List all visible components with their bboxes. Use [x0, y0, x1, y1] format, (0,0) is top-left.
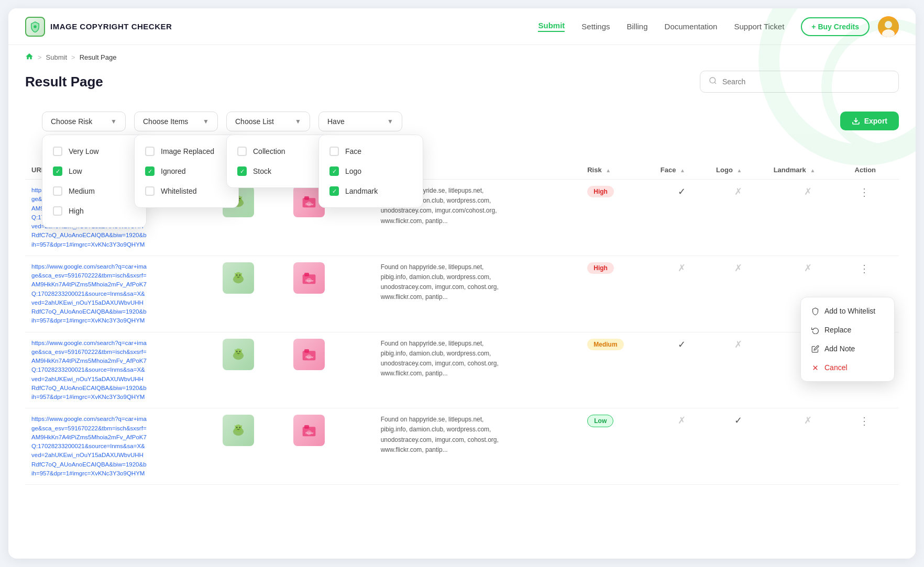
- landmark-sort-icon[interactable]: ▲: [810, 168, 815, 173]
- original-image-cell: [216, 332, 288, 408]
- svg-rect-38: [304, 425, 309, 429]
- x-icon: ✗: [734, 263, 742, 273]
- table-body: https://www.google.com/search?q=car+imag…: [25, 180, 899, 485]
- check-icon: ✓: [678, 339, 686, 350]
- col-action: Action: [849, 161, 899, 180]
- list-collection[interactable]: Collection: [227, 141, 331, 161]
- action-menu-button[interactable]: ⋮: [855, 261, 874, 276]
- logo-area: IMAGE COPYRIGHT CHECKER: [25, 17, 538, 37]
- risk-very-low[interactable]: Very Low: [42, 141, 146, 161]
- face-sort-icon[interactable]: ▲: [680, 168, 685, 173]
- choose-items-btn[interactable]: Choose Items ▼: [134, 112, 218, 131]
- x-icon: ✗: [734, 186, 742, 197]
- svg-point-12: [239, 198, 240, 199]
- have-logo-checkbox[interactable]: ✓: [329, 166, 339, 176]
- risk-badge: Low: [587, 415, 613, 427]
- item-ignored[interactable]: ✓ Ignored: [135, 161, 238, 181]
- found-on-text: Found on happyride.se, litlepups.net, pi…: [381, 415, 507, 455]
- have-landmark[interactable]: ✓ Landmark: [319, 181, 423, 201]
- item-ignored-checkbox[interactable]: ✓: [145, 166, 155, 176]
- your-image: Blender: [293, 262, 325, 294]
- landmark-cell: ✗: [767, 408, 849, 485]
- action-menu-button[interactable]: ⋮: [855, 184, 874, 200]
- original-image: [223, 415, 254, 446]
- url-text: https://www.google.com/search?q=car+imag…: [31, 339, 147, 402]
- logo-title: IMAGE COPYRIGHT CHECKER: [50, 22, 172, 31]
- face-cell: ✗: [654, 408, 710, 485]
- have-landmark-checkbox[interactable]: ✓: [329, 186, 339, 196]
- nav-support[interactable]: Support Ticket: [734, 22, 784, 31]
- avatar[interactable]: [878, 16, 899, 37]
- buy-credits-button[interactable]: + Buy Credits: [801, 17, 870, 36]
- choose-items-label: Choose Items: [143, 117, 188, 126]
- search-box: [700, 71, 899, 93]
- risk-badge: High: [587, 186, 614, 197]
- list-filter: Choose List ▼ Collection ✓ Stock: [226, 112, 310, 131]
- list-stock-checkbox[interactable]: ✓: [237, 166, 247, 176]
- svg-text:Blender: Blender: [305, 203, 314, 206]
- risk-high[interactable]: High: [42, 201, 146, 221]
- risk-very-low-checkbox[interactable]: [53, 147, 62, 156]
- search-input[interactable]: [722, 77, 890, 86]
- found-on-text: Found on happyride.se, litlepups.net, pi…: [381, 339, 507, 379]
- item-whitelisted[interactable]: Whitelisted: [135, 181, 238, 201]
- choose-risk-btn[interactable]: Choose Risk ▼: [42, 112, 126, 131]
- action-cell: ⋮: [849, 180, 899, 256]
- svg-point-28: [239, 351, 240, 352]
- svg-point-35: [236, 427, 237, 428]
- risk-very-low-label: Very Low: [69, 147, 99, 155]
- svg-rect-22: [304, 273, 309, 276]
- nav-documentation[interactable]: Documentation: [665, 22, 718, 31]
- chevron-down-icon: ▼: [111, 118, 117, 125]
- your-image-cell: Blender: [287, 255, 374, 332]
- nav-submit[interactable]: Submit: [538, 21, 565, 32]
- chevron-down-icon-4: ▼: [387, 118, 393, 125]
- action-cell: ⋮: [849, 408, 899, 485]
- found-on-cell: Found on happyride.se, litlepups.net, pi…: [375, 408, 581, 485]
- risk-cell: High: [581, 255, 654, 332]
- risk-sort-icon[interactable]: ▲: [606, 168, 611, 173]
- have-label: Have: [327, 117, 345, 126]
- svg-point-36: [239, 427, 240, 428]
- breadcrumb-submit[interactable]: Submit: [46, 53, 67, 61]
- item-whitelisted-checkbox[interactable]: [145, 186, 155, 196]
- original-image-cell: [216, 255, 288, 332]
- export-button[interactable]: Export: [840, 112, 899, 130]
- risk-high-checkbox[interactable]: [53, 206, 62, 216]
- have-logo[interactable]: ✓ Logo: [319, 161, 423, 181]
- risk-filter: Choose Risk ▼ Very Low ✓ Low Medium: [42, 112, 126, 131]
- nav-billing[interactable]: Billing: [627, 22, 648, 31]
- export-label: Export: [864, 117, 887, 125]
- have-face-checkbox[interactable]: [329, 147, 339, 156]
- found-on-cell: Found on happyride.se, litlepups.net, pi…: [375, 255, 581, 332]
- home-icon[interactable]: [25, 52, 34, 62]
- nav-settings[interactable]: Settings: [581, 22, 610, 31]
- context-add-note[interactable]: Add Note: [801, 339, 894, 358]
- risk-low[interactable]: ✓ Low: [42, 161, 146, 181]
- risk-badge: High: [587, 262, 614, 274]
- url-text: https://www.google.com/search?q=car+imag…: [31, 415, 147, 478]
- context-add-whitelist[interactable]: Add to Whitelist: [801, 302, 894, 320]
- have-face[interactable]: Face: [319, 141, 423, 161]
- context-cancel[interactable]: Cancel: [801, 358, 894, 377]
- content-area: Choose Risk ▼ Very Low ✓ Low Medium: [8, 103, 916, 493]
- col-landmark: Landmark ▲: [767, 161, 849, 180]
- item-ignored-label: Ignored: [161, 167, 185, 175]
- have-btn[interactable]: Have ▼: [318, 112, 402, 131]
- risk-low-checkbox[interactable]: ✓: [53, 166, 62, 176]
- breadcrumb: > Submit > Result Page: [8, 45, 916, 66]
- item-replaced-checkbox[interactable]: [145, 147, 155, 156]
- svg-point-20: [239, 274, 240, 275]
- risk-medium-checkbox[interactable]: [53, 186, 62, 196]
- x-icon: ✗: [804, 186, 812, 197]
- item-replaced[interactable]: Image Replaced: [135, 141, 238, 161]
- list-collection-checkbox[interactable]: [237, 147, 247, 156]
- col-risk: Risk ▲: [581, 161, 654, 180]
- action-menu-button[interactable]: ⋮: [855, 413, 874, 429]
- logo-sort-icon[interactable]: ▲: [737, 168, 742, 173]
- logo-cell: ✗: [710, 180, 767, 256]
- choose-list-btn[interactable]: Choose List ▼: [226, 112, 310, 131]
- risk-medium[interactable]: Medium: [42, 181, 146, 201]
- context-replace[interactable]: Replace: [801, 320, 894, 339]
- list-stock[interactable]: ✓ Stock: [227, 161, 331, 181]
